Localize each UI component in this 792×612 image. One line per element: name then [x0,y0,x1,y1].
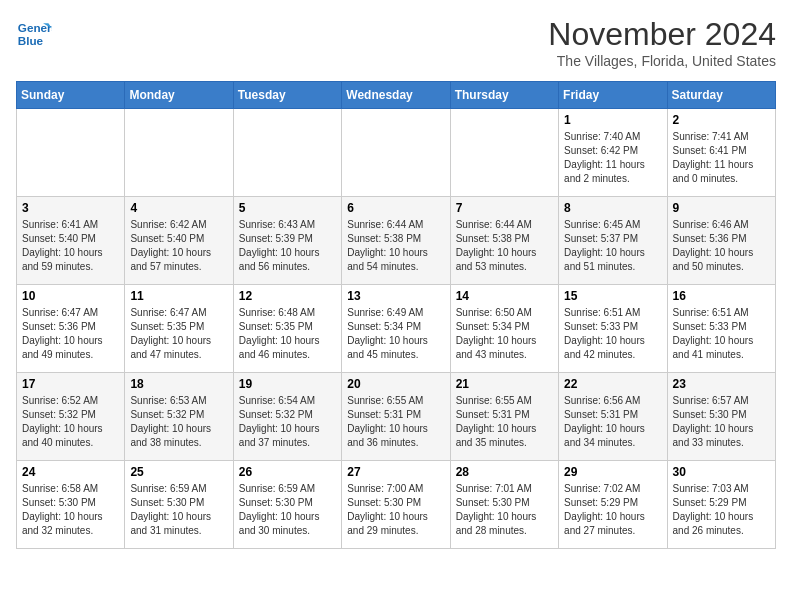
day-info: Sunrise: 6:56 AM Sunset: 5:31 PM Dayligh… [564,394,661,450]
day-info: Sunrise: 6:59 AM Sunset: 5:30 PM Dayligh… [239,482,336,538]
calendar-cell: 20Sunrise: 6:55 AM Sunset: 5:31 PM Dayli… [342,373,450,461]
calendar-cell: 15Sunrise: 6:51 AM Sunset: 5:33 PM Dayli… [559,285,667,373]
calendar-cell: 30Sunrise: 7:03 AM Sunset: 5:29 PM Dayli… [667,461,775,549]
day-info: Sunrise: 6:46 AM Sunset: 5:36 PM Dayligh… [673,218,770,274]
weekday-header: Saturday [667,82,775,109]
day-number: 30 [673,465,770,479]
day-info: Sunrise: 7:41 AM Sunset: 6:41 PM Dayligh… [673,130,770,186]
day-info: Sunrise: 6:52 AM Sunset: 5:32 PM Dayligh… [22,394,119,450]
day-info: Sunrise: 6:49 AM Sunset: 5:34 PM Dayligh… [347,306,444,362]
calendar-cell: 18Sunrise: 6:53 AM Sunset: 5:32 PM Dayli… [125,373,233,461]
calendar-cell: 29Sunrise: 7:02 AM Sunset: 5:29 PM Dayli… [559,461,667,549]
day-info: Sunrise: 6:44 AM Sunset: 5:38 PM Dayligh… [456,218,553,274]
day-number: 20 [347,377,444,391]
day-number: 11 [130,289,227,303]
day-info: Sunrise: 7:03 AM Sunset: 5:29 PM Dayligh… [673,482,770,538]
day-info: Sunrise: 6:59 AM Sunset: 5:30 PM Dayligh… [130,482,227,538]
day-number: 19 [239,377,336,391]
calendar-cell: 8Sunrise: 6:45 AM Sunset: 5:37 PM Daylig… [559,197,667,285]
calendar-cell: 25Sunrise: 6:59 AM Sunset: 5:30 PM Dayli… [125,461,233,549]
day-info: Sunrise: 7:40 AM Sunset: 6:42 PM Dayligh… [564,130,661,186]
calendar-cell [233,109,341,197]
day-number: 24 [22,465,119,479]
calendar-week-row: 10Sunrise: 6:47 AM Sunset: 5:36 PM Dayli… [17,285,776,373]
calendar-cell: 13Sunrise: 6:49 AM Sunset: 5:34 PM Dayli… [342,285,450,373]
calendar-week-row: 17Sunrise: 6:52 AM Sunset: 5:32 PM Dayli… [17,373,776,461]
calendar-cell: 11Sunrise: 6:47 AM Sunset: 5:35 PM Dayli… [125,285,233,373]
weekday-header: Wednesday [342,82,450,109]
day-number: 23 [673,377,770,391]
day-info: Sunrise: 6:57 AM Sunset: 5:30 PM Dayligh… [673,394,770,450]
day-number: 27 [347,465,444,479]
day-number: 26 [239,465,336,479]
day-number: 7 [456,201,553,215]
day-info: Sunrise: 7:02 AM Sunset: 5:29 PM Dayligh… [564,482,661,538]
day-number: 10 [22,289,119,303]
day-info: Sunrise: 6:54 AM Sunset: 5:32 PM Dayligh… [239,394,336,450]
calendar-week-row: 1Sunrise: 7:40 AM Sunset: 6:42 PM Daylig… [17,109,776,197]
month-title: November 2024 [548,16,776,53]
calendar-cell: 6Sunrise: 6:44 AM Sunset: 5:38 PM Daylig… [342,197,450,285]
calendar-cell: 5Sunrise: 6:43 AM Sunset: 5:39 PM Daylig… [233,197,341,285]
day-info: Sunrise: 6:58 AM Sunset: 5:30 PM Dayligh… [22,482,119,538]
day-number: 22 [564,377,661,391]
day-info: Sunrise: 6:42 AM Sunset: 5:40 PM Dayligh… [130,218,227,274]
calendar-cell [17,109,125,197]
day-info: Sunrise: 6:53 AM Sunset: 5:32 PM Dayligh… [130,394,227,450]
day-number: 5 [239,201,336,215]
calendar-cell: 4Sunrise: 6:42 AM Sunset: 5:40 PM Daylig… [125,197,233,285]
calendar-cell [342,109,450,197]
day-info: Sunrise: 6:47 AM Sunset: 5:35 PM Dayligh… [130,306,227,362]
calendar-cell: 14Sunrise: 6:50 AM Sunset: 5:34 PM Dayli… [450,285,558,373]
day-number: 14 [456,289,553,303]
day-number: 28 [456,465,553,479]
day-number: 15 [564,289,661,303]
day-info: Sunrise: 6:41 AM Sunset: 5:40 PM Dayligh… [22,218,119,274]
calendar-cell: 27Sunrise: 7:00 AM Sunset: 5:30 PM Dayli… [342,461,450,549]
day-info: Sunrise: 6:55 AM Sunset: 5:31 PM Dayligh… [456,394,553,450]
weekday-header-row: SundayMondayTuesdayWednesdayThursdayFrid… [17,82,776,109]
day-info: Sunrise: 6:43 AM Sunset: 5:39 PM Dayligh… [239,218,336,274]
location-label: The Villages, Florida, United States [548,53,776,69]
calendar-week-row: 3Sunrise: 6:41 AM Sunset: 5:40 PM Daylig… [17,197,776,285]
calendar-cell: 2Sunrise: 7:41 AM Sunset: 6:41 PM Daylig… [667,109,775,197]
calendar-cell: 17Sunrise: 6:52 AM Sunset: 5:32 PM Dayli… [17,373,125,461]
logo-icon: General Blue [16,16,52,52]
title-block: November 2024 The Villages, Florida, Uni… [548,16,776,69]
calendar-cell: 23Sunrise: 6:57 AM Sunset: 5:30 PM Dayli… [667,373,775,461]
day-number: 17 [22,377,119,391]
calendar-cell: 9Sunrise: 6:46 AM Sunset: 5:36 PM Daylig… [667,197,775,285]
day-number: 9 [673,201,770,215]
day-info: Sunrise: 6:51 AM Sunset: 5:33 PM Dayligh… [564,306,661,362]
calendar-cell: 12Sunrise: 6:48 AM Sunset: 5:35 PM Dayli… [233,285,341,373]
calendar-week-row: 24Sunrise: 6:58 AM Sunset: 5:30 PM Dayli… [17,461,776,549]
day-info: Sunrise: 6:51 AM Sunset: 5:33 PM Dayligh… [673,306,770,362]
calendar-cell: 21Sunrise: 6:55 AM Sunset: 5:31 PM Dayli… [450,373,558,461]
calendar-table: SundayMondayTuesdayWednesdayThursdayFrid… [16,81,776,549]
day-number: 2 [673,113,770,127]
svg-text:Blue: Blue [18,34,44,47]
weekday-header: Sunday [17,82,125,109]
calendar-cell: 1Sunrise: 7:40 AM Sunset: 6:42 PM Daylig… [559,109,667,197]
day-number: 3 [22,201,119,215]
day-number: 16 [673,289,770,303]
logo: General Blue [16,16,52,52]
day-number: 12 [239,289,336,303]
calendar-cell: 3Sunrise: 6:41 AM Sunset: 5:40 PM Daylig… [17,197,125,285]
day-info: Sunrise: 7:00 AM Sunset: 5:30 PM Dayligh… [347,482,444,538]
day-info: Sunrise: 6:55 AM Sunset: 5:31 PM Dayligh… [347,394,444,450]
day-number: 8 [564,201,661,215]
calendar-cell: 26Sunrise: 6:59 AM Sunset: 5:30 PM Dayli… [233,461,341,549]
calendar-cell: 24Sunrise: 6:58 AM Sunset: 5:30 PM Dayli… [17,461,125,549]
day-number: 6 [347,201,444,215]
day-info: Sunrise: 6:47 AM Sunset: 5:36 PM Dayligh… [22,306,119,362]
svg-text:General: General [18,21,52,34]
day-number: 4 [130,201,227,215]
weekday-header: Friday [559,82,667,109]
calendar-cell [450,109,558,197]
weekday-header: Thursday [450,82,558,109]
day-info: Sunrise: 6:44 AM Sunset: 5:38 PM Dayligh… [347,218,444,274]
day-info: Sunrise: 6:48 AM Sunset: 5:35 PM Dayligh… [239,306,336,362]
day-number: 29 [564,465,661,479]
calendar-cell: 28Sunrise: 7:01 AM Sunset: 5:30 PM Dayli… [450,461,558,549]
